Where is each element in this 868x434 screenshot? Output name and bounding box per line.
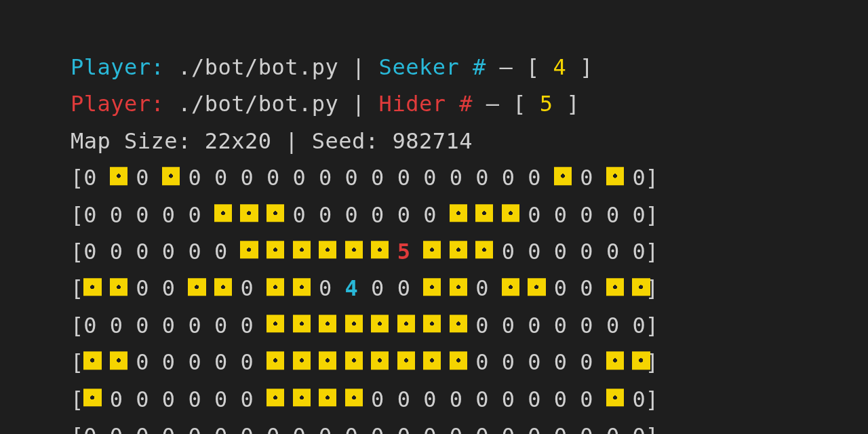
empty-cell: 0 bbox=[475, 159, 502, 196]
terminal-output: Player: ./bot/bot.py | Seeker # – [ 4 ] … bbox=[0, 0, 868, 434]
block-icon bbox=[83, 389, 101, 406]
empty-cell: 0 bbox=[214, 344, 241, 380]
block-icon bbox=[110, 352, 127, 370]
block-icon bbox=[188, 278, 205, 296]
empty-cell: 0 bbox=[240, 307, 267, 344]
block-icon bbox=[450, 352, 467, 370]
empty-cell: 0 bbox=[110, 418, 136, 434]
block-icon bbox=[606, 167, 624, 185]
block-icon bbox=[214, 204, 232, 222]
block-icon bbox=[293, 389, 311, 406]
block-icon bbox=[240, 204, 258, 222]
empty-cell: 0 bbox=[319, 270, 345, 307]
block-icon bbox=[371, 241, 389, 258]
block-cell bbox=[240, 197, 267, 233]
block-icon bbox=[267, 241, 284, 258]
empty-cell: 0 bbox=[136, 197, 162, 233]
grid-row: [000000 5 000000] bbox=[71, 233, 868, 270]
seeker-id: 4 bbox=[553, 54, 567, 80]
block-cell bbox=[450, 344, 476, 380]
empty-cell: 0 bbox=[371, 418, 397, 434]
block-icon bbox=[423, 241, 441, 258]
empty-cell: 0 bbox=[580, 233, 606, 270]
empty-cell: 0 bbox=[136, 344, 162, 380]
empty-cell: 0 bbox=[397, 418, 424, 434]
empty-cell: 0 bbox=[554, 233, 580, 270]
block-icon bbox=[345, 352, 363, 370]
block-icon bbox=[528, 278, 545, 296]
block-cell bbox=[397, 344, 424, 380]
block-icon bbox=[632, 352, 650, 370]
empty-cell: 0 bbox=[423, 197, 450, 233]
block-icon bbox=[554, 167, 572, 185]
block-cell bbox=[83, 381, 110, 418]
map-size-value: 22x20 bbox=[205, 128, 272, 154]
empty-cell: 0 bbox=[136, 381, 162, 418]
bracket-open: [ bbox=[513, 91, 526, 117]
block-cell bbox=[110, 159, 136, 196]
empty-cell: 0 bbox=[632, 418, 645, 434]
block-cell bbox=[345, 344, 372, 380]
block-cell bbox=[606, 159, 633, 196]
bracket-open: [ bbox=[71, 313, 83, 338]
bracket-open: [ bbox=[71, 275, 83, 301]
empty-cell: 0 bbox=[240, 270, 267, 307]
block-cell bbox=[450, 270, 476, 307]
block-cell bbox=[606, 270, 633, 307]
empty-cell: 0 bbox=[528, 307, 554, 344]
block-cell bbox=[162, 159, 189, 196]
block-icon bbox=[606, 278, 624, 296]
bracket-open: [ bbox=[71, 165, 83, 191]
empty-cell: 0 bbox=[606, 307, 633, 344]
empty-cell: 0 bbox=[554, 344, 580, 380]
block-cell bbox=[345, 233, 372, 270]
empty-cell: 0 bbox=[162, 307, 189, 344]
empty-cell: 0 bbox=[606, 418, 633, 434]
empty-cell: 0 bbox=[580, 418, 606, 434]
block-cell bbox=[450, 307, 476, 344]
block-cell bbox=[423, 307, 450, 344]
empty-cell: 0 bbox=[188, 381, 214, 418]
block-icon bbox=[110, 278, 127, 296]
empty-cell: 0 bbox=[345, 197, 372, 233]
block-icon bbox=[423, 315, 441, 332]
block-icon bbox=[267, 352, 284, 370]
empty-cell: 0 bbox=[580, 381, 606, 418]
block-cell bbox=[371, 344, 397, 380]
block-icon bbox=[83, 278, 101, 296]
grid-row: [0000000 0000000] bbox=[71, 307, 868, 344]
empty-cell: 0 bbox=[450, 159, 476, 196]
seeker-cell: 4 bbox=[345, 270, 372, 307]
grid-row: [0 0 00000000000000 0 0] bbox=[71, 159, 868, 196]
block-cell bbox=[345, 307, 372, 344]
empty-cell: 0 bbox=[606, 233, 633, 270]
empty-cell: 0 bbox=[632, 307, 645, 344]
block-cell bbox=[110, 270, 136, 307]
block-icon bbox=[214, 278, 232, 296]
block-icon bbox=[450, 315, 467, 332]
block-cell bbox=[240, 233, 267, 270]
grid-row: [ 00 0 0400 0 00 ] bbox=[71, 270, 868, 307]
empty-cell: 0 bbox=[319, 418, 345, 434]
empty-cell: 0 bbox=[214, 307, 241, 344]
block-cell bbox=[319, 307, 345, 344]
empty-cell: 0 bbox=[136, 418, 162, 434]
block-cell bbox=[606, 344, 633, 380]
block-cell bbox=[267, 381, 293, 418]
empty-cell: 0 bbox=[528, 233, 554, 270]
empty-cell: 0 bbox=[502, 344, 528, 380]
empty-cell: 0 bbox=[83, 159, 110, 196]
block-icon bbox=[397, 315, 415, 332]
empty-cell: 0 bbox=[83, 233, 110, 270]
bracket-open: [ bbox=[71, 202, 83, 228]
hider-id: 5 bbox=[540, 91, 553, 117]
empty-cell: 0 bbox=[345, 418, 372, 434]
empty-cell: 0 bbox=[162, 344, 189, 380]
empty-cell: 0 bbox=[188, 197, 214, 233]
block-cell bbox=[528, 270, 554, 307]
block-cell bbox=[554, 159, 580, 196]
empty-cell: 0 bbox=[502, 159, 528, 196]
bracket-open: [ bbox=[526, 54, 540, 80]
empty-cell: 0 bbox=[397, 159, 424, 196]
empty-cell: 0 bbox=[136, 233, 162, 270]
